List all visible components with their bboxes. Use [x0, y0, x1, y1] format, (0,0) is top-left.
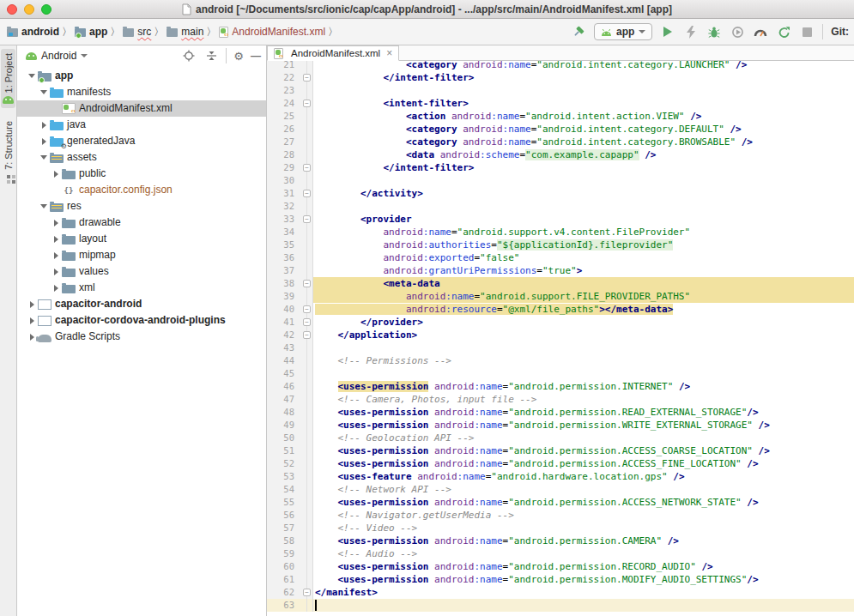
- collapsed-arrow-icon[interactable]: [50, 252, 62, 259]
- code-line-36[interactable]: 36 android:exported="false": [267, 251, 854, 264]
- fold-marker-icon[interactable]: −: [303, 331, 311, 339]
- code-line-62[interactable]: 62−</manifest>: [267, 586, 854, 599]
- tree-item-xml[interactable]: xml: [17, 280, 266, 296]
- code-line-29[interactable]: 29− </intent-filter>: [267, 161, 854, 174]
- structure-tool-window-button[interactable]: 7: Structure: [2, 117, 15, 183]
- collapsed-arrow-icon[interactable]: [50, 285, 62, 292]
- fold-gutter[interactable]: −: [301, 329, 313, 341]
- code-line-37[interactable]: 37 android:grantUriPermissions="true">: [267, 264, 854, 277]
- tree-item-public[interactable]: public: [17, 166, 266, 182]
- expanded-arrow-icon[interactable]: [38, 204, 50, 208]
- fold-marker-icon[interactable]: −: [303, 589, 311, 596]
- breadcrumb-androidmanifest-xml[interactable]: AndroidManifest.xml: [219, 26, 325, 38]
- code-line-22[interactable]: 22− </intent-filter>: [267, 71, 854, 84]
- code-line-52[interactable]: 52 <uses-permission android:name="androi…: [267, 457, 854, 470]
- fold-marker-icon[interactable]: −: [303, 215, 311, 223]
- tree-item-drawable[interactable]: drawable: [17, 214, 266, 231]
- code-line-58[interactable]: 58 <uses-permission android:name="androi…: [267, 534, 854, 547]
- tree-item-java[interactable]: java: [17, 117, 266, 133]
- settings-gear-icon[interactable]: ⚙: [233, 51, 244, 62]
- fold-gutter[interactable]: −: [301, 316, 313, 329]
- collapsed-arrow-icon[interactable]: [50, 236, 62, 243]
- code-line-35[interactable]: 35 android:authorities="${applicationId}…: [267, 239, 854, 251]
- tree-item-capacitor-android[interactable]: capacitor-android: [17, 296, 266, 312]
- code-line-21[interactable]: 21 <category android:name="android.inten…: [267, 61, 854, 71]
- code-line-26[interactable]: 26 <category android:name="android.inten…: [267, 123, 854, 136]
- breadcrumb-src[interactable]: src: [123, 26, 151, 38]
- breadcrumb-main[interactable]: main: [167, 26, 203, 38]
- code-line-49[interactable]: 49 <uses-permission android:name="androi…: [267, 419, 854, 432]
- code-line-61[interactable]: 61 <uses-permission android:name="androi…: [267, 573, 854, 586]
- apply-changes-icon[interactable]: [683, 24, 699, 39]
- tree-item-res[interactable]: res: [17, 198, 266, 214]
- build-hammer-icon[interactable]: [571, 24, 586, 39]
- collapsed-arrow-icon[interactable]: [50, 171, 62, 178]
- git-branch-label[interactable]: Git:: [831, 26, 849, 38]
- tree-item-capacitor-cordova-android-plugins[interactable]: capacitor-cordova-android-plugins: [17, 312, 266, 329]
- code-line-38[interactable]: 38− <meta-data: [267, 277, 854, 290]
- code-line-57[interactable]: 57 <!-- Video -->: [267, 522, 854, 534]
- code-line-39[interactable]: 39 android:name="android.support.FILE_PR…: [267, 290, 854, 303]
- code-editor[interactable]: 21 <category android:name="android.inten…: [267, 61, 854, 616]
- code-line-54[interactable]: 54 <!-- Network API -->: [267, 483, 854, 496]
- collapsed-arrow-icon[interactable]: [50, 269, 62, 275]
- code-line-46[interactable]: 46 <uses-permission android:name="androi…: [267, 380, 854, 393]
- minimize-window-button[interactable]: [24, 4, 34, 15]
- fold-marker-icon[interactable]: −: [303, 318, 311, 326]
- expanded-arrow-icon[interactable]: [38, 90, 50, 94]
- tree-item-layout[interactable]: layout: [17, 231, 266, 247]
- expanded-arrow-icon[interactable]: [26, 74, 38, 78]
- code-line-40[interactable]: 40− android:resource="@xml/file_paths"><…: [267, 303, 854, 316]
- tree-item-gradle-scripts[interactable]: Gradle Scripts: [17, 329, 266, 345]
- code-line-63[interactable]: 63: [267, 599, 854, 612]
- code-line-34[interactable]: 34 android:name="android.support.v4.cont…: [267, 226, 854, 239]
- code-line-28[interactable]: 28 <data android:scheme="com.example.cap…: [267, 148, 854, 161]
- tree-item-assets[interactable]: assets: [17, 149, 266, 166]
- collapsed-arrow-icon[interactable]: [38, 122, 50, 129]
- fold-marker-icon[interactable]: −: [303, 74, 311, 82]
- run-configuration-selector[interactable]: app: [594, 23, 652, 40]
- fold-gutter[interactable]: −: [301, 277, 313, 290]
- collapse-all-icon[interactable]: [203, 48, 219, 63]
- code-line-51[interactable]: 51 <uses-permission android:name="androi…: [267, 444, 854, 457]
- fold-marker-icon[interactable]: −: [303, 190, 311, 197]
- code-line-32[interactable]: 32: [267, 200, 854, 213]
- tree-item-values[interactable]: values: [17, 263, 266, 280]
- tree-item-app[interactable]: app: [17, 68, 266, 84]
- tree-item-generatedjava[interactable]: generatedJava: [17, 133, 266, 149]
- stop-button-icon[interactable]: [799, 24, 815, 39]
- code-line-41[interactable]: 41− </provider>: [267, 316, 854, 329]
- hide-panel-icon[interactable]: —: [251, 50, 261, 62]
- close-window-button[interactable]: [7, 4, 17, 15]
- code-line-55[interactable]: 55 <uses-permission android:name="androi…: [267, 496, 854, 509]
- code-line-60[interactable]: 60 <uses-permission android:name="androi…: [267, 560, 854, 573]
- fold-marker-icon[interactable]: −: [303, 164, 311, 172]
- fold-gutter[interactable]: −: [301, 97, 313, 110]
- code-line-48[interactable]: 48 <uses-permission android:name="androi…: [267, 406, 854, 419]
- fold-gutter[interactable]: −: [301, 213, 313, 226]
- breadcrumb-android[interactable]: android: [7, 26, 59, 38]
- tree-item-mipmap[interactable]: mipmap: [17, 247, 266, 263]
- code-line-56[interactable]: 56 <!-- Navigator.getUserMedia -->: [267, 509, 854, 522]
- code-line-53[interactable]: 53 <uses-feature android:name="android.h…: [267, 470, 854, 483]
- fold-marker-icon[interactable]: −: [303, 280, 311, 287]
- fold-marker-icon[interactable]: −: [303, 100, 311, 107]
- code-line-45[interactable]: 45: [267, 367, 854, 380]
- code-line-24[interactable]: 24− <intent-filter>: [267, 97, 854, 110]
- code-line-31[interactable]: 31− </activity>: [267, 187, 854, 200]
- collapsed-arrow-icon[interactable]: [50, 220, 62, 226]
- tree-item-manifests[interactable]: manifests: [17, 84, 266, 100]
- expanded-arrow-icon[interactable]: [38, 155, 50, 160]
- collapsed-arrow-icon[interactable]: [38, 138, 50, 145]
- fold-gutter[interactable]: −: [301, 303, 313, 316]
- collapsed-arrow-icon[interactable]: [26, 317, 38, 324]
- close-tab-icon[interactable]: ×: [386, 48, 392, 58]
- tab-androidmanifest[interactable]: AndroidManifest.xml ×: [267, 45, 399, 61]
- sync-gradle-icon[interactable]: [776, 24, 791, 39]
- profiler-gauge-icon[interactable]: [753, 24, 768, 39]
- code-line-33[interactable]: 33− <provider: [267, 213, 854, 226]
- code-line-42[interactable]: 42− </application>: [267, 329, 854, 341]
- code-line-43[interactable]: 43: [267, 341, 854, 354]
- run-button[interactable]: [660, 24, 675, 39]
- fold-gutter[interactable]: −: [301, 586, 313, 599]
